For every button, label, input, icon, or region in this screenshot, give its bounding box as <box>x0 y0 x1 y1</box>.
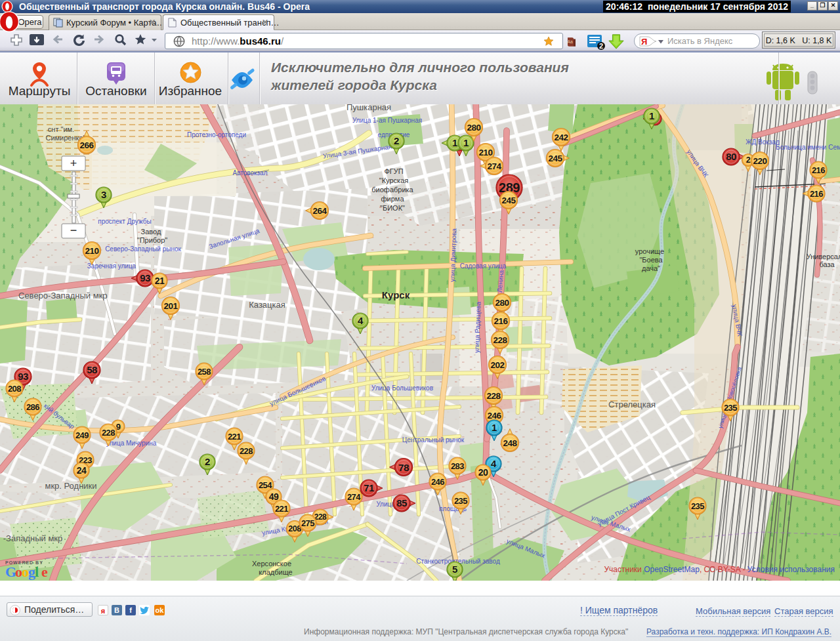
svg-text:216: 216 <box>812 165 825 175</box>
svg-text:216: 216 <box>494 316 508 326</box>
svg-text:20: 20 <box>478 467 488 478</box>
svg-text:Херсонское: Херсонское <box>252 560 291 568</box>
svg-text:235: 235 <box>454 496 467 506</box>
svg-text:80: 80 <box>726 151 736 162</box>
svg-text:246: 246 <box>487 411 501 421</box>
svg-text:Протезно-ортопеди: Протезно-ортопеди <box>187 131 246 138</box>
svg-text:Заречная улица: Заречная улица <box>87 262 136 270</box>
svg-text:228: 228 <box>240 446 253 456</box>
svg-text:245: 245 <box>548 154 562 163</box>
svg-text:249: 249 <box>75 430 89 440</box>
svg-text:3: 3 <box>101 189 106 200</box>
svg-text:280: 280 <box>467 123 480 133</box>
svg-text:202: 202 <box>490 360 504 370</box>
svg-text:Участники OpenStreetMap, CC-BY: Участники OpenStreetMap, CC-BY-SA - Усло… <box>604 565 835 574</box>
svg-text:Стрелецкая: Стрелецкая <box>608 400 656 409</box>
svg-text:208: 208 <box>8 384 21 394</box>
svg-text:201: 201 <box>163 301 178 311</box>
svg-text:ЖД Вокзал: ЖД Вокзал <box>746 138 780 146</box>
svg-text:2: 2 <box>205 456 210 467</box>
svg-text:280: 280 <box>495 298 509 308</box>
svg-text:1: 1 <box>492 422 497 433</box>
svg-text:1: 1 <box>649 110 654 121</box>
svg-text:248: 248 <box>503 438 517 448</box>
svg-text:"Курская: "Курская <box>379 176 408 184</box>
svg-text:210: 210 <box>85 246 98 256</box>
svg-text:Aa: Aa <box>568 39 574 44</box>
svg-text:e: e <box>41 564 48 580</box>
svg-text:228: 228 <box>102 428 115 438</box>
svg-text:Завод: Завод <box>141 228 161 236</box>
svg-text:Больница имени Сем: Больница имени Сем <box>776 144 840 151</box>
svg-text:2: 2 <box>746 155 751 165</box>
svg-text:дача": дача" <box>642 264 660 272</box>
svg-text:58: 58 <box>87 364 97 375</box>
svg-text:Курск: Курск <box>382 289 410 300</box>
svg-text:Садовая улица: Садовая улица <box>460 262 507 270</box>
svg-text:Пушкарная: Пушкарная <box>346 104 391 112</box>
svg-text:245: 245 <box>501 196 516 205</box>
svg-text:Я: Я <box>641 37 647 47</box>
svg-text:Универсал: Универсал <box>807 253 840 260</box>
svg-text:85: 85 <box>396 497 407 508</box>
svg-text:221: 221 <box>228 432 241 442</box>
svg-text:210: 210 <box>478 148 492 157</box>
svg-text:l: l <box>35 564 39 580</box>
svg-text:урочище: урочище <box>635 247 664 255</box>
svg-text:"Прибор": "Прибор" <box>137 236 168 244</box>
svg-text:ФГУП: ФГУП <box>384 167 403 175</box>
svg-text:2: 2 <box>394 135 399 146</box>
svg-text:Северо-Западный мкр: Северо-Западный мкр <box>18 291 108 300</box>
svg-text:4: 4 <box>491 458 497 469</box>
svg-text:4: 4 <box>358 315 364 326</box>
svg-text:235: 235 <box>691 501 704 511</box>
svg-text:мкр. Родники: мкр. Родники <box>45 481 96 491</box>
svg-text:274: 274 <box>487 161 501 171</box>
svg-text:Улица Большевиков: Улица Большевиков <box>371 384 433 392</box>
svg-text:275: 275 <box>301 518 314 528</box>
svg-text:Казацкая: Казацкая <box>249 300 285 310</box>
svg-text:5: 5 <box>452 564 457 575</box>
svg-text:Северо-Западный рынок: Северо-Западный рынок <box>105 245 181 253</box>
svg-text:1: 1 <box>463 137 469 148</box>
svg-text:258: 258 <box>198 367 211 377</box>
svg-text:93: 93 <box>18 371 28 382</box>
svg-text:78: 78 <box>398 462 410 473</box>
svg-text:266: 266 <box>79 140 94 150</box>
svg-text:24: 24 <box>77 465 87 476</box>
svg-text:Центральный рынок: Центральный рынок <box>402 436 465 444</box>
svg-text:274: 274 <box>347 492 361 502</box>
svg-text:Автовокзал: Автовокзал <box>232 169 267 176</box>
svg-text:снт "им.: снт "им. <box>48 125 74 133</box>
svg-text:база: база <box>819 260 835 268</box>
svg-text:221: 221 <box>275 504 288 514</box>
svg-text:биофабрика: биофабрика <box>371 186 413 194</box>
svg-text:21: 21 <box>155 276 165 286</box>
svg-text:проспект Дружбы: проспект Дружбы <box>98 218 151 225</box>
svg-text:фирма: фирма <box>381 195 405 203</box>
svg-text:"БИОК": "БИОК" <box>380 204 405 212</box>
svg-text:-Западный мкр: -Западный мкр <box>3 533 63 543</box>
svg-text:228: 228 <box>486 391 501 401</box>
svg-text:235: 235 <box>724 403 737 413</box>
svg-text:264: 264 <box>312 206 327 216</box>
svg-text:+: + <box>70 157 77 170</box>
svg-text:283: 283 <box>451 461 464 471</box>
svg-text:кладбище: кладбище <box>259 568 292 576</box>
svg-text:71: 71 <box>364 482 374 493</box>
svg-text:242: 242 <box>554 133 568 142</box>
svg-text:216: 216 <box>810 189 823 199</box>
svg-text:49: 49 <box>269 491 279 502</box>
svg-text:улица Мичурина: улица Мичурина <box>106 440 157 447</box>
svg-text:220: 220 <box>753 156 766 166</box>
svg-text:93: 93 <box>140 272 150 283</box>
svg-text:−: − <box>70 224 77 237</box>
svg-text:286: 286 <box>26 402 39 412</box>
svg-text:1: 1 <box>452 137 457 148</box>
svg-text:228: 228 <box>493 335 507 345</box>
svg-text:"Боева: "Боева <box>639 256 663 264</box>
svg-text:254: 254 <box>259 480 272 490</box>
svg-text:Улица 1-ая Пушкарная: Улица 1-ая Пушкарная <box>352 117 422 124</box>
svg-text:2: 2 <box>599 42 603 50</box>
svg-text:246: 246 <box>431 477 444 487</box>
